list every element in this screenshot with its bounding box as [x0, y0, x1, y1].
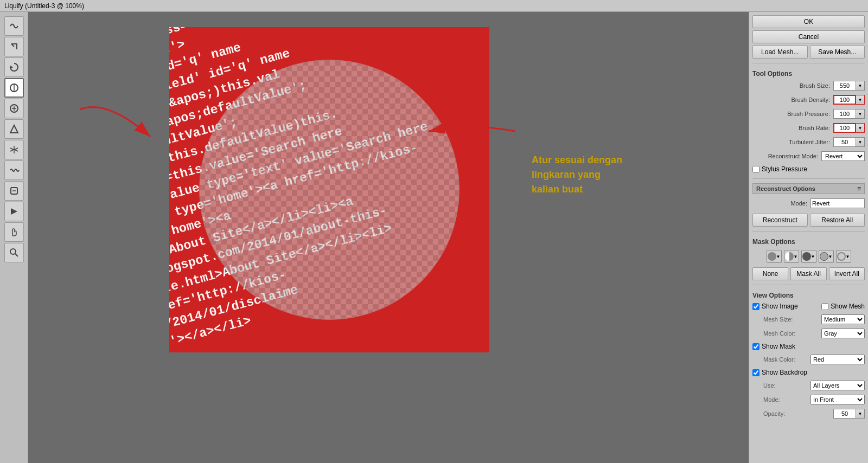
opacity-input[interactable] — [833, 409, 856, 419]
reconstruct-options-header[interactable]: Reconstruct Options ≡ — [752, 183, 865, 194]
bloat-tool[interactable] — [4, 99, 24, 118]
brush-rate-label: Brush Rate: — [752, 125, 833, 131]
code-text-overlay: search' class= method='get'> /search' id… — [169, 27, 489, 352]
stylus-pressure-checkbox[interactable] — [752, 166, 760, 173]
reconstruct-mode-label: Reconstruct Mode: — [752, 153, 821, 159]
hand-tool[interactable] — [4, 222, 24, 242]
opacity-label: Opacity: — [763, 410, 833, 417]
brush-pressure-dropdown[interactable]: ▼ — [856, 109, 865, 119]
brush-density-control: ▼ — [833, 95, 865, 105]
turbulent-jitter-control: ▼ — [833, 137, 865, 147]
app-body: search' class= method='get'> /search' id… — [0, 12, 868, 463]
brush-size-label: Brush Size: — [752, 82, 833, 89]
use-label: Use: — [763, 382, 810, 389]
reconstruct-options-collapse-icon: ≡ — [857, 185, 861, 192]
reconstruct-options-label: Reconstruct Options — [756, 185, 815, 192]
brush-size-dropdown[interactable]: ▼ — [856, 81, 865, 91]
show-backdrop-checkbox[interactable] — [752, 369, 760, 376]
brush-pressure-input[interactable] — [833, 109, 856, 119]
svg-line-11 — [15, 254, 18, 256]
mesh-size-row: Mesh Size: Medium Small Large — [752, 314, 865, 324]
reconstruct-mode-row: Reconstruct Mode: Revert Rigid Stiff Smo… — [752, 151, 865, 161]
app-title: Liquify (Untitled-3 @ 100%) — [4, 2, 84, 10]
use-row: Use: All Layers Current Layer — [752, 381, 865, 390]
brush-rate-dropdown[interactable]: ▼ — [856, 123, 865, 133]
title-bar: Liquify (Untitled-3 @ 100%) — [0, 0, 868, 12]
brush-density-dropdown[interactable]: ▼ — [856, 95, 865, 105]
cancel-button[interactable]: Cancel — [752, 30, 865, 43]
ok-button[interactable]: OK — [752, 15, 865, 28]
show-mask-checkbox[interactable] — [752, 343, 760, 350]
left-arrow-annotation — [63, 93, 183, 160]
mask-buttons-row: None Mask All Invert All — [752, 267, 865, 280]
mask-options-label: Mask Options — [752, 238, 865, 246]
show-mesh-label: Show Mesh — [831, 303, 865, 310]
show-image-row: Show Image Show Mesh — [752, 303, 865, 310]
save-mesh-button[interactable]: Save Mesh... — [810, 46, 865, 59]
turbulent-jitter-dropdown[interactable]: ▼ — [856, 137, 865, 147]
brush-pressure-row: Brush Pressure: ▼ — [752, 109, 865, 119]
mesh-size-select[interactable]: Medium Small Large — [821, 314, 865, 324]
brush-rate-control: ▼ — [833, 123, 865, 133]
mask-icon-4[interactable]: ▼ — [819, 250, 834, 263]
mask-icon-5[interactable]: ▼ — [836, 250, 851, 263]
brush-density-label: Brush Density: — [752, 97, 833, 103]
recon-mode-select[interactable]: Revert Rigid — [810, 198, 865, 208]
mask-icon-3[interactable]: ▼ — [801, 250, 816, 263]
mask-icon-2[interactable]: ▼ — [784, 250, 799, 263]
tool-options-label: Tool Options — [752, 70, 865, 78]
recon-mode-label: Mode: — [752, 200, 810, 207]
turbulence-tool[interactable] — [4, 160, 24, 180]
show-image-label: Show Image — [762, 303, 798, 310]
divider-1 — [752, 63, 865, 63]
reconstruct-button[interactable]: Reconstruct — [752, 214, 808, 227]
brush-size-input[interactable] — [833, 81, 856, 91]
reconstruct-mode-control: Revert Rigid Stiff Smooth Loose — [821, 151, 865, 161]
turbulent-jitter-input[interactable] — [833, 137, 856, 147]
use-select[interactable]: All Layers Current Layer — [810, 381, 865, 390]
brush-density-input[interactable] — [833, 95, 856, 105]
mask-all-button[interactable]: Mask All — [790, 267, 826, 280]
turbulent-jitter-label: Turbulent Jitter: — [752, 139, 833, 145]
svg-point-10 — [10, 249, 16, 254]
warp-tool[interactable] — [4, 16, 24, 36]
turbulent-jitter-row: Turbulent Jitter: ▼ — [752, 137, 865, 147]
canvas-area: search' class= method='get'> /search' id… — [28, 12, 749, 463]
mask-color-label: Mask Color: — [763, 356, 810, 363]
mask-color-select[interactable]: Red Green Blue — [810, 355, 865, 364]
backdrop-mode-select[interactable]: In Front Behind — [810, 395, 865, 404]
push-left-tool[interactable] — [4, 202, 24, 221]
pucker-tool[interactable] — [4, 119, 24, 139]
thaw-mask-tool[interactable] — [4, 181, 24, 201]
none-button[interactable]: None — [752, 267, 788, 280]
mirror-tool[interactable] — [4, 140, 24, 159]
reconstruct-tool[interactable] — [4, 37, 24, 56]
restore-all-button[interactable]: Restore All — [810, 214, 865, 227]
right-arrow-annotation — [418, 118, 526, 146]
mesh-color-label: Mesh Color: — [763, 330, 821, 337]
brush-rate-input[interactable] — [833, 123, 856, 133]
invert-all-button[interactable]: Invert All — [829, 267, 865, 280]
twirl-clockwise-tool[interactable] — [4, 57, 24, 77]
opacity-row: Opacity: ▼ — [752, 409, 865, 419]
load-mesh-button[interactable]: Load Mesh... — [752, 46, 808, 59]
main-canvas-image: search' class= method='get'> /search' id… — [169, 27, 489, 352]
mask-icons-row: ▼ ▼ ▼ ▼ ▼ — [752, 250, 865, 263]
brush-rate-row: Brush Rate: ▼ — [752, 123, 865, 133]
reconstruct-mode-select[interactable]: Revert Rigid Stiff Smooth Loose — [821, 151, 865, 161]
zoom-tool[interactable] — [4, 243, 24, 262]
left-toolbar — [0, 12, 28, 463]
show-image-checkbox[interactable] — [752, 303, 760, 310]
mesh-color-select[interactable]: Gray Red Blue — [821, 329, 865, 338]
mesh-color-row: Mesh Color: Gray Red Blue — [752, 329, 865, 338]
divider-2 — [752, 178, 865, 179]
divider-3 — [752, 231, 865, 232]
brush-size-control: ▼ — [833, 81, 865, 91]
show-mesh-checkbox[interactable] — [821, 303, 828, 310]
brush-pressure-label: Brush Pressure: — [752, 111, 833, 117]
mask-icon-1[interactable]: ▼ — [767, 250, 782, 263]
svg-marker-6 — [10, 125, 18, 133]
opacity-dropdown[interactable]: ▼ — [856, 409, 865, 419]
freeze-mask-tool[interactable] — [4, 78, 24, 98]
right-panel: OK Cancel Load Mesh... Save Mesh... Tool… — [749, 12, 868, 463]
